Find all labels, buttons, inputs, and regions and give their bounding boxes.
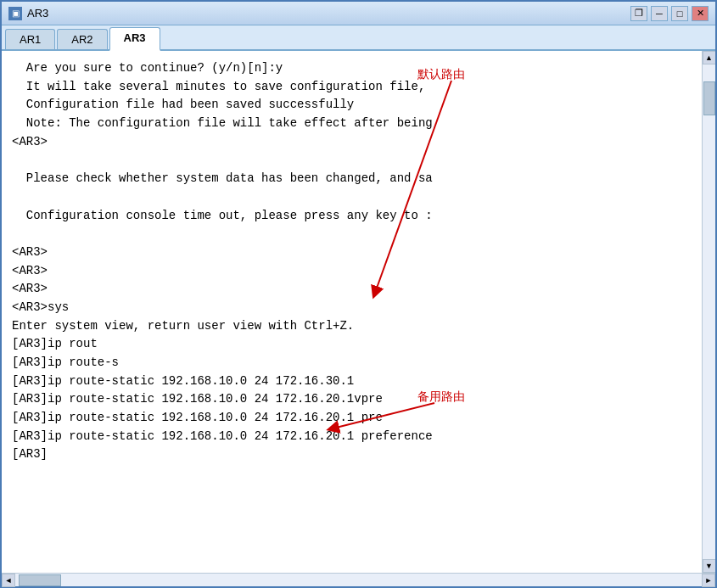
scroll-left-button[interactable]: ◄ (2, 574, 15, 587)
minimize-button[interactable]: ─ (651, 6, 668, 21)
tab-ar1[interactable]: AR1 (5, 29, 55, 49)
h-scroll-thumb[interactable] (19, 574, 61, 586)
scroll-thumb[interactable] (703, 81, 715, 115)
content-area: Are you sure to continue? (y/n)[n]:y It … (2, 51, 715, 573)
close-icon: ✕ (697, 8, 704, 19)
window-title: AR3 (27, 7, 630, 20)
tab-ar3[interactable]: AR3 (109, 27, 160, 51)
terminal-output[interactable]: Are you sure to continue? (y/n)[n]:y It … (2, 51, 702, 573)
window-controls: ❐ ─ □ ✕ (630, 6, 709, 21)
restore-button[interactable]: ❐ (630, 6, 647, 21)
scroll-up-button[interactable]: ▲ (703, 51, 716, 64)
restore-icon: ❐ (635, 8, 643, 19)
main-window: ▣ AR3 ❐ ─ □ ✕ AR1 AR2 AR3 (0, 0, 717, 588)
horizontal-scrollbar[interactable]: ◄ ► (2, 573, 715, 586)
close-button[interactable]: ✕ (692, 6, 709, 21)
tab-ar2[interactable]: AR2 (57, 29, 107, 49)
title-bar: ▣ AR3 ❐ ─ □ ✕ (2, 2, 715, 25)
maximize-icon: □ (677, 8, 683, 19)
window-icon: ▣ (8, 7, 22, 20)
scroll-down-button[interactable]: ▼ (703, 559, 716, 573)
scroll-right-button[interactable]: ► (702, 574, 715, 587)
vertical-scrollbar[interactable]: ▲ ▼ (702, 51, 715, 573)
maximize-button[interactable]: □ (671, 6, 688, 21)
minimize-icon: ─ (656, 8, 663, 19)
tab-bar: AR1 AR2 AR3 (2, 25, 715, 51)
